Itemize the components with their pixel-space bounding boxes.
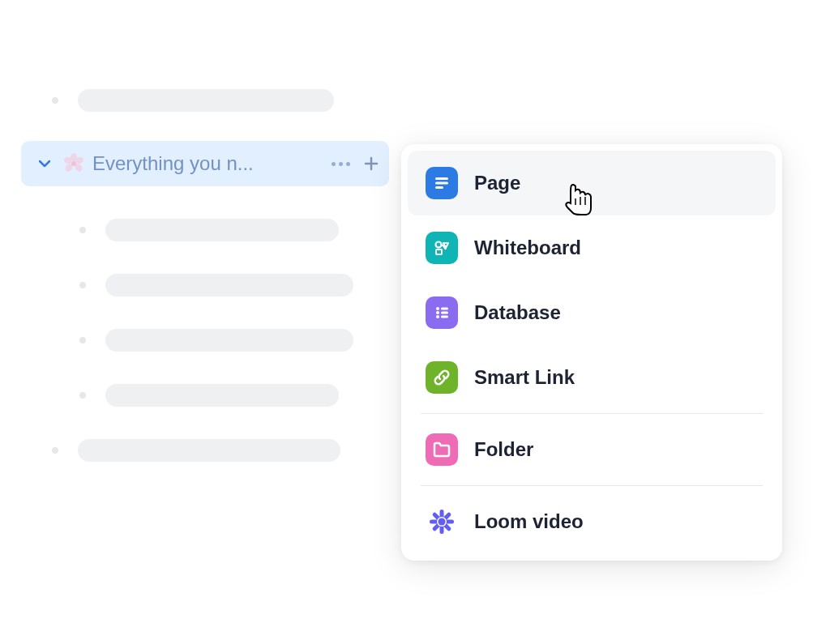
sidebar-placeholder-row [21, 274, 389, 296]
sidebar: Everything you n... [21, 89, 389, 494]
svg-rect-10 [436, 249, 442, 254]
sidebar-placeholder-row [21, 329, 389, 352]
menu-item-database[interactable]: Database [401, 280, 782, 345]
menu-item-whiteboard[interactable]: Whiteboard [401, 215, 782, 280]
svg-point-9 [436, 242, 442, 248]
placeholder-bar [105, 329, 353, 352]
bullet-icon [79, 337, 86, 343]
placeholder-bar [105, 274, 353, 296]
sidebar-item-title: Everything you n... [92, 152, 322, 175]
loom-icon [426, 505, 458, 538]
link-icon [426, 361, 458, 394]
menu-item-label: Loom video [474, 510, 584, 533]
menu-item-label: Database [474, 301, 561, 324]
bullet-icon [79, 392, 86, 399]
svg-rect-7 [435, 182, 448, 185]
menu-item-label: Smart Link [474, 366, 575, 389]
svg-rect-6 [435, 177, 448, 180]
menu-item-page[interactable]: Page [408, 151, 776, 215]
placeholder-bar [78, 89, 334, 112]
more-options-icon[interactable] [332, 162, 350, 166]
bullet-icon [79, 227, 86, 233]
whiteboard-icon [426, 232, 458, 264]
svg-point-13 [436, 311, 439, 314]
svg-rect-8 [435, 186, 443, 189]
menu-divider [421, 485, 763, 486]
sidebar-placeholder-row [21, 219, 389, 241]
svg-point-22 [439, 518, 446, 526]
menu-divider [421, 413, 763, 414]
svg-point-5 [71, 161, 76, 166]
page-icon [426, 167, 458, 199]
bullet-icon [52, 447, 58, 454]
add-icon[interactable] [362, 154, 381, 173]
cherry-blossom-icon [63, 153, 84, 174]
folder-icon [426, 433, 458, 466]
menu-item-label: Folder [474, 438, 533, 461]
svg-rect-12 [441, 308, 448, 310]
placeholder-bar [105, 219, 339, 241]
sidebar-placeholder-row [21, 384, 389, 407]
create-menu-popup: Page Whiteboard Database [401, 144, 782, 561]
sidebar-active-item[interactable]: Everything you n... [21, 141, 389, 186]
svg-point-15 [436, 315, 439, 318]
svg-rect-16 [441, 316, 448, 318]
sidebar-placeholder-row [21, 89, 389, 112]
bullet-icon [52, 97, 58, 104]
bullet-icon [79, 282, 86, 288]
menu-item-label: Page [474, 172, 520, 194]
placeholder-bar [78, 439, 340, 462]
sidebar-placeholder-row [21, 439, 389, 462]
chevron-down-icon[interactable] [37, 156, 52, 171]
menu-item-label: Whiteboard [474, 237, 581, 259]
svg-point-11 [436, 307, 439, 310]
database-icon [426, 296, 458, 329]
menu-item-loom-video[interactable]: Loom video [401, 489, 782, 554]
svg-rect-14 [441, 312, 448, 314]
placeholder-bar [105, 384, 339, 407]
menu-item-smart-link[interactable]: Smart Link [401, 345, 782, 410]
menu-item-folder[interactable]: Folder [401, 417, 782, 482]
